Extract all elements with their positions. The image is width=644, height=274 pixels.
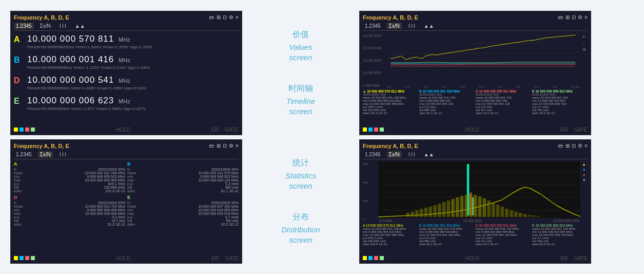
dist-stats-a-adev: adev 291.6 1E-12 <box>363 243 418 246</box>
folder-icon-tl[interactable]: 🗁 <box>558 14 563 20</box>
stats-b-pp-val: 5.2 mHz <box>225 182 239 186</box>
settings-icon-di[interactable]: ⊞ <box>565 143 570 149</box>
channel-letter-b: B <box>14 56 22 65</box>
capture-icon-tl[interactable]: ⊡ <box>572 14 576 20</box>
zoom-in-icon[interactable]: + <box>582 34 586 40</box>
stats-block-e: E N 4520/10000 45% mean 10.000 000 007 2… <box>127 195 239 226</box>
stats-d-pp-val: 3.2 mHz <box>112 215 125 219</box>
tab-tl-3[interactable]: ⌇⌇⌇ <box>406 23 418 29</box>
stats-a-mean-val: 10.000 000 341 158 MHz <box>85 171 125 175</box>
svg-rect-40 <box>528 215 531 217</box>
footer-right-timeline: ER GATE <box>561 127 588 133</box>
stats-b-adev-row: adev 81.1 1E-12 <box>127 189 239 193</box>
stats-b-n-label: N <box>127 168 130 171</box>
tab-values-4[interactable]: ▲▲ <box>73 23 87 29</box>
tl-stats-b-header: B 10 000 000 001 416 MHz <box>419 89 475 93</box>
gear-icon-st[interactable]: ⚙ <box>229 143 233 149</box>
chart-svg-container: 0.0 0.5 1.0 1.5 2.0 2.5 3.0 3.5 4.0 4.5 … <box>386 33 580 88</box>
dist-sidebar-icons: ▲ ● ● ● <box>580 161 588 223</box>
stats-a-std-label: std <box>14 186 18 189</box>
dist-histogram-container: 9.9 9999 10.000 0001 10.000 0005 MHz <box>378 161 580 223</box>
zoom-fit-icon[interactable]: ⊕ <box>582 47 586 52</box>
tab-st-3[interactable]: ⌇⌇⌇ <box>57 151 69 158</box>
capture-icon[interactable]: ⊡ <box>223 14 227 20</box>
tab-di-4[interactable]: ▲▲ <box>422 151 436 158</box>
dist-stats-a: A 10 000 000 570 811 MHz mean 10 000 000… <box>363 224 418 246</box>
svg-rect-39 <box>523 214 526 217</box>
settings-icon[interactable]: ⊞ <box>217 14 221 20</box>
stats-a-std-row: std 150.685 mHz <box>14 186 125 189</box>
dist-stats-b: B 10 000 000 001 416 MHz mean 10 000 000… <box>419 224 475 246</box>
stats-d-mean-label: mean <box>14 205 23 208</box>
menu-icon-di[interactable]: ≡ <box>584 143 588 149</box>
tab-di-2[interactable]: Σx/N <box>387 151 402 158</box>
folder-icon-st[interactable]: 🗁 <box>209 143 214 149</box>
channel-main-value-b: 10.000 000 001 416 MHz <box>27 54 239 65</box>
channel-row-e: E 10.000 000 006 623 MHz Period=99.99999… <box>14 95 239 112</box>
tab-st-1[interactable]: 1.2345 <box>14 151 34 158</box>
x-25: 2.5 <box>479 85 483 88</box>
menu-icon[interactable]: ≡ <box>236 14 239 20</box>
label-distribution[interactable]: 分布 Distribution screen <box>281 212 320 245</box>
tab-values-3[interactable]: ⌇⌇⌇ <box>57 23 69 29</box>
footer-gate: GATE <box>225 127 239 133</box>
tab-tl-1[interactable]: 1.2345 <box>363 23 383 29</box>
screen-icons-dist: 🗁 ⊞ ⊡ ⚙ ≡ <box>558 143 588 149</box>
settings-icon-tl[interactable]: ⊞ <box>565 14 570 20</box>
svg-rect-35 <box>505 209 509 217</box>
folder-icon[interactable]: 🗁 <box>209 14 214 20</box>
capture-icon-st[interactable]: ⊡ <box>223 143 227 149</box>
gear-icon-tl[interactable]: ⚙ <box>578 14 582 20</box>
stats-b-adev-val: 81.1 1E-12 <box>221 189 239 193</box>
gear-icon-di[interactable]: ⚙ <box>578 143 582 149</box>
label-values[interactable]: 价值 Values screen <box>289 29 312 62</box>
stats-a-std-val: 150.685 mHz <box>104 186 125 189</box>
tab-di-1[interactable]: 1.2345 <box>363 151 383 158</box>
gear-icon[interactable]: ⚙ <box>229 14 233 20</box>
svg-rect-36 <box>510 210 513 217</box>
dist-y-axis: 600 400 200 0 <box>363 161 378 223</box>
stats-a-mean-row: mean 10.000 000 341 158 MHz <box>14 171 125 175</box>
screen-footer-dist: HOLD ER GATE <box>360 255 591 261</box>
folder-icon-di[interactable]: 🗁 <box>558 143 563 149</box>
tab-values-1[interactable]: 1.2345 <box>14 23 34 29</box>
svg-rect-24 <box>456 197 459 217</box>
screen-footer-values: HOLD ER GATE <box>11 127 242 133</box>
screen-header-timeline: Frequency A, B, D, E 🗁 ⊞ ⊡ ⚙ ≡ <box>363 14 588 21</box>
svg-rect-42 <box>537 216 540 217</box>
label-statistics[interactable]: 统计 Statistics screen <box>285 158 316 191</box>
dist-stats-d-adev: adev 51.0 1E-12 <box>476 243 531 246</box>
capture-icon-di[interactable]: ⊡ <box>572 143 576 149</box>
stats-grid: A N 4520/10000 45% mean 10.000 000 341 1… <box>14 161 239 226</box>
stats-ch-e-letter: E <box>127 195 239 200</box>
screen-icons-stats: 🗁 ⊞ ⊡ ⚙ ≡ <box>209 143 239 149</box>
value-d: 10.000 000 000 541 <box>27 75 114 85</box>
screen-footer-stats: HOLD ER GATE <box>11 255 242 261</box>
label-timeline[interactable]: 时间轴 Timeline screen <box>286 83 316 116</box>
di-dot-a <box>363 256 367 260</box>
zoom-out-icon[interactable]: - <box>583 41 584 46</box>
values-screen: Frequency A, B, D, E 🗁 ⊞ ⊡ ⚙ ≡ 1.2345 Σx… <box>10 11 242 135</box>
tl-footer-er: ER <box>561 127 568 133</box>
tl-stats-a: ▲ 10 000 000 570 811 MHz 4520/10000 45% … <box>363 89 418 115</box>
center-top-labels: 价值 Values screen 时间轴 Timeline screen <box>244 9 357 137</box>
statistics-screen: Frequency A, B, D, E 🗁 ⊞ ⊡ ⚙ ≡ 1.2345 Σx… <box>10 139 242 264</box>
stats-b-std-row: std 680 uHz <box>127 186 239 189</box>
tl-stats-e-adev: adev 82.3 1E-12 <box>532 112 588 115</box>
tl-stats-e: E 10 000 000 006 623 MHz 4520/10000 45% … <box>532 89 588 115</box>
tab-tl-2[interactable]: Σx/N <box>387 23 402 29</box>
stats-b-max-val: 10.000 000 004 126 MHz <box>198 178 239 182</box>
screen-title-stats: Frequency A, B, D, E <box>14 143 69 149</box>
tab-tl-4[interactable]: ▲▲ <box>422 23 436 29</box>
tab-di-3[interactable]: ⌇⌇⌇ <box>406 151 418 158</box>
stats-d-max-val: 10.000 000 000 000 MHz <box>85 212 125 215</box>
menu-icon-tl[interactable]: ≡ <box>584 14 588 20</box>
settings-icon-st[interactable]: ⊞ <box>217 143 221 149</box>
dist-icon-b: ● <box>583 168 585 171</box>
channel-value-block-b: 10.000 000 001 416 MHz Period=99.9999999… <box>27 54 239 70</box>
tab-values-2[interactable]: Σx/N <box>38 23 53 29</box>
stats-d-mean-val: 10.000 000 001 702 MHz <box>85 205 125 208</box>
tab-st-2[interactable]: Σx/N <box>38 151 53 158</box>
footer-right-stats: ER GATE <box>212 255 239 261</box>
menu-icon-st[interactable]: ≡ <box>236 143 239 149</box>
